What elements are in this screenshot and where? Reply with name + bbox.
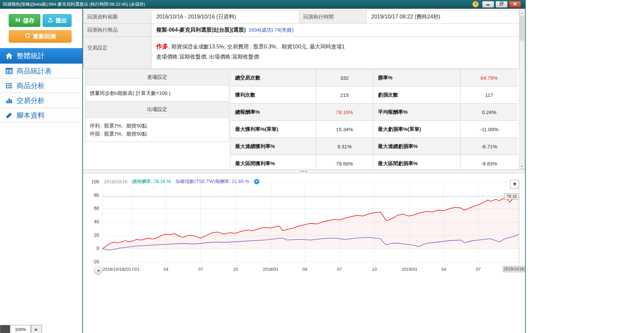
trade-settings-line2: 進場價格:當期收盤價, 出場價格:當期收盤價: [156, 52, 519, 62]
chart-pan-handle[interactable]: ◀: [94, 266, 102, 275]
stat-value: 78.16%: [316, 104, 373, 121]
window-controls: ?: [472, 1, 525, 8]
pencil-icon: [5, 111, 13, 119]
app-window: 回測報告[策略](Beta版):064-麥克貝利選股法 (執行時間:08:22:…: [0, 0, 526, 333]
legend-strategy-return: 總報酬率: 78.16 %: [132, 179, 171, 185]
stat-label: 最大區間虧損率%: [373, 155, 461, 169]
rerun-label: 重新回測: [33, 33, 56, 40]
scroll-down-button[interactable]: ▼: [520, 164, 524, 169]
stat-label: 獲利次數: [230, 86, 316, 104]
y-axis-tick: 40: [83, 219, 99, 224]
export-icon: [47, 17, 53, 25]
stats-row: 獲利次數215虧損次數117: [230, 86, 518, 104]
stat-value: 79.50%: [316, 155, 373, 169]
minimize-icon: [486, 1, 490, 7]
zoom-expand-button[interactable]: ▶: [31, 325, 42, 333]
app-zoom-widget: 100% ▶: [0, 325, 42, 333]
crosshair-date-label: 2019/10/16: [104, 179, 127, 184]
info-row-product: 回測執行商品 複製-064-麥克貝利選股法[台股](選股) 1634(成功) 7…: [83, 24, 519, 37]
trade-settings-rest: , 期貨保證金成數13.5%, 交易費用 : 股票0.3%、期貨100元, 最大…: [168, 44, 345, 49]
stats-row: 最大區間獲利率%79.50%最大區間虧損率%-9.83%: [230, 155, 518, 169]
stat-label: 虧損次數: [373, 86, 461, 104]
bar-chart-icon: [5, 97, 13, 105]
scroll-up-button[interactable]: ▲: [520, 10, 524, 15]
stat-value: 15.34%: [316, 121, 373, 138]
stat-label: 最大區間獲利率%: [230, 155, 316, 169]
app-body: 儲存 匯出 重新回測 整體統計 商品統計表: [0, 9, 525, 333]
stat-label: 最大連續虧損率%: [373, 138, 461, 155]
exit-settings-header: 出場設定: [86, 102, 229, 118]
product-result-link[interactable]: 1634(成功) 74(失敗): [249, 27, 294, 33]
statistics-grid: 總交易次數332勝率%64.76%獲利次數215虧損次數117總報酬率%78.1…: [230, 69, 518, 169]
restore-button[interactable]: [496, 1, 508, 8]
sidebar-item-overall-stats[interactable]: 整體統計: [0, 48, 82, 64]
sidebar-item-label: 交易分析: [16, 96, 45, 105]
rerun-backtest-button[interactable]: 重新回測: [9, 30, 72, 43]
x-axis-tick: 04: [290, 267, 320, 272]
stat-label: 最大虧損率%(單筆): [373, 121, 461, 138]
backtest-info-table: 回測資料範圍 2016/10/16 - 2019/10/16 (日資料) 回測執…: [83, 10, 519, 69]
y-axis-tick: 100: [83, 179, 99, 184]
panel-splitter[interactable]: ●●●: [83, 169, 525, 173]
export-label: 匯出: [56, 17, 67, 25]
crosshair-date-marker: 2019/10/16: [503, 266, 525, 272]
trade-settings-line1: 作多, 期貨保證金成數13.5%, 交易費用 : 股票0.3%、期貨100元, …: [156, 41, 519, 52]
help-button[interactable]: ?: [472, 1, 479, 7]
zoom-mode-button[interactable]: [0, 325, 10, 333]
stats-row: 總報酬率%78.16%平均報酬率%0.24%: [230, 104, 518, 121]
minimize-button[interactable]: [482, 1, 494, 8]
zoom-level-value: 100%: [10, 325, 31, 333]
stat-value: 64.76%: [461, 69, 518, 86]
product-name: 複製-064-麥克貝利選股法[台股](選股): [156, 27, 246, 34]
strategy-area: [102, 196, 519, 249]
vertical-scrollbar[interactable]: ▲ ▼: [519, 10, 525, 169]
stat-label: 平均報酬率%: [373, 104, 461, 121]
stat-value: 332: [316, 69, 373, 86]
chart-zoom-in-button[interactable]: +: [510, 180, 519, 189]
save-label: 儲存: [23, 17, 35, 25]
final-value-marker: 78.16: [504, 193, 519, 199]
return-chart-plot[interactable]: [83, 173, 525, 281]
legend-close-icon[interactable]: ✕: [254, 179, 259, 184]
stats-row: 最大連續獲利率%9.31%最大連續虧損率%-8.71%: [230, 138, 518, 155]
sidebar-item-trade-analysis[interactable]: 交易分析: [0, 93, 82, 108]
close-icon: [513, 1, 517, 7]
x-axis-tick: 07: [185, 267, 216, 272]
refresh-icon: [25, 33, 31, 40]
trade-direction: 作多: [156, 43, 168, 50]
stat-value: -9.83%: [461, 155, 518, 169]
stat-label: 總報酬率%: [230, 104, 316, 121]
y-axis-tick: 60: [83, 206, 99, 211]
titlebar[interactable]: 回測報告[策略](Beta版):064-麥克貝利選股法 (執行時間:08:22:…: [0, 0, 525, 9]
window-title: 回測報告[策略](Beta版):064-麥克貝利選股法 (執行時間:08:22:…: [0, 1, 145, 7]
list-icon: [5, 82, 13, 90]
main-content: 回測資料範圍 2016/10/16 - 2019/10/16 (日資料) 回測執…: [83, 9, 525, 333]
stat-label: 最大連續獲利率%: [230, 138, 316, 155]
home-icon: [5, 52, 13, 60]
x-axis-tick: 04: [429, 267, 459, 272]
save-icon: [15, 17, 21, 25]
stat-value: -8.71%: [461, 138, 518, 155]
stats-row: 最大獲利率%(單筆)15.34%最大虧損率%(單筆)-11.00%: [230, 121, 518, 138]
info-row-range: 回測資料範圍 2016/10/16 - 2019/10/16 (日資料) 回測執…: [83, 10, 519, 24]
sidebar-item-script-data[interactable]: 腳本資料: [0, 108, 82, 123]
range-value: 2016/10/16 - 2019/10/16 (日資料): [152, 10, 299, 23]
sidebar-item-label: 商品統計表: [16, 66, 52, 76]
product-label: 回測執行商品: [83, 24, 152, 36]
y-axis-tick: 20: [83, 232, 99, 238]
save-button[interactable]: 儲存: [9, 14, 40, 27]
stat-value: 0.24%: [461, 104, 518, 121]
exit-rule: 停利 : 股票7%、期貨50點 停損 : 股票7%、期貨50點: [86, 118, 229, 142]
export-button[interactable]: 匯出: [43, 14, 72, 27]
stat-label: 最大獲利率%(單筆): [230, 121, 316, 138]
close-button[interactable]: [509, 1, 521, 8]
sidebar-item-product-analysis[interactable]: 商品分析: [0, 78, 82, 93]
scrollbar-thumb[interactable]: [520, 16, 524, 40]
sidebar-item-label: 腳本資料: [16, 111, 45, 120]
stat-value: -11.00%: [461, 121, 518, 138]
y-axis-tick: 0: [83, 246, 99, 251]
product-value-cell: 複製-064-麥克貝利選股法[台股](選股) 1634(成功) 74(失敗): [152, 24, 519, 36]
x-axis-tick: 10: [220, 267, 251, 272]
stats-row: 總交易次數332勝率%64.76%: [230, 69, 518, 86]
sidebar-item-product-stats-table[interactable]: 商品統計表: [0, 64, 82, 78]
